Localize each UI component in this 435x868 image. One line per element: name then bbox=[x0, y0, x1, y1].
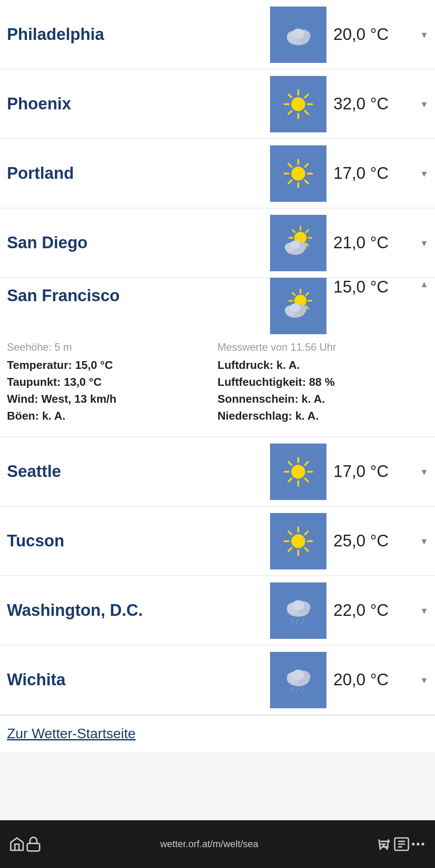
detail-section: Seehöhe: 5 m Temperatur: 15,0 °CTaupunkt… bbox=[0, 334, 435, 437]
weather-icon-box bbox=[270, 215, 326, 271]
svg-line-6 bbox=[305, 111, 308, 114]
footer-link[interactable]: Zur Wetter-Startseite bbox=[0, 715, 435, 752]
chevron-icon[interactable]: ▾ bbox=[413, 535, 435, 547]
svg-point-83 bbox=[417, 843, 419, 845]
detail-row: Böen: k. A. bbox=[7, 409, 218, 423]
city-name: Seattle bbox=[0, 454, 270, 490]
svg-line-10 bbox=[288, 94, 291, 97]
weather-temp: 15,0 °C bbox=[326, 278, 413, 296]
svg-line-71 bbox=[297, 618, 298, 624]
city-name: San Francisco bbox=[0, 278, 270, 314]
weather-icon-box bbox=[270, 7, 326, 63]
svg-line-54 bbox=[288, 462, 291, 465]
weather-icon-box bbox=[270, 652, 326, 708]
weather-temp: 32,0 °C bbox=[326, 95, 413, 113]
weather-row[interactable]: Phoenix 32,0 °C ▾ bbox=[0, 69, 435, 139]
more-icon[interactable] bbox=[410, 836, 426, 852]
svg-line-59 bbox=[305, 548, 308, 551]
svg-line-78 bbox=[297, 688, 298, 693]
chevron-icon[interactable]: ▴ bbox=[413, 278, 435, 290]
detail-row: Luftfeuchtigkeit: 88 % bbox=[218, 375, 428, 389]
weather-row[interactable]: San Diego 21,0 °C ▾ bbox=[0, 208, 435, 278]
chevron-icon[interactable]: ▾ bbox=[413, 168, 435, 180]
svg-line-28 bbox=[293, 230, 295, 232]
svg-line-50 bbox=[305, 478, 308, 481]
city-name: San Diego bbox=[0, 225, 270, 261]
svg-line-52 bbox=[288, 478, 291, 481]
detail-row: Taupunkt: 13,0 °C bbox=[7, 375, 218, 389]
weather-row[interactable]: Philadelphia 20,0 °C ▾ bbox=[0, 0, 435, 69]
detail-right: Messwerte von 11.56 Uhr Luftdruck: k. A.… bbox=[218, 341, 428, 426]
city-name: Philadelphia bbox=[0, 16, 270, 53]
svg-line-15 bbox=[305, 180, 308, 183]
translate-icon[interactable] bbox=[377, 836, 393, 852]
reader-icon[interactable] bbox=[393, 836, 410, 852]
svg-line-17 bbox=[288, 180, 291, 183]
chevron-icon[interactable]: ▾ bbox=[413, 605, 435, 617]
chevron-icon[interactable]: ▾ bbox=[413, 674, 435, 686]
svg-line-21 bbox=[305, 164, 308, 167]
svg-line-8 bbox=[288, 111, 291, 114]
svg-point-47 bbox=[290, 303, 300, 312]
weather-temp: 20,0 °C bbox=[326, 671, 413, 689]
city-name: Tucson bbox=[0, 523, 270, 559]
weather-row[interactable]: Tucson 25,0 °C ▾ bbox=[0, 506, 435, 576]
svg-point-48 bbox=[291, 465, 305, 479]
weather-icon-box bbox=[270, 513, 326, 569]
svg-point-13 bbox=[291, 167, 305, 181]
svg-line-19 bbox=[288, 164, 291, 167]
chevron-icon[interactable]: ▾ bbox=[413, 237, 435, 249]
weather-temp: 17,0 °C bbox=[326, 164, 413, 183]
svg-line-70 bbox=[291, 618, 293, 624]
detail-row: Sonnenschein: k. A. bbox=[218, 392, 428, 406]
detail-row: Wind: West, 13 km/h bbox=[7, 392, 218, 406]
svg-point-76 bbox=[292, 670, 304, 680]
city-name: Wichita bbox=[0, 662, 270, 698]
svg-point-69 bbox=[292, 600, 304, 611]
weather-icon-box bbox=[270, 582, 326, 639]
weather-row[interactable]: Wichita 20,0 °C ▾ bbox=[0, 645, 435, 715]
svg-rect-80 bbox=[27, 843, 40, 851]
detail-meta-left: Seehöhe: 5 m bbox=[7, 341, 218, 353]
city-name: Washington, D.C. bbox=[0, 592, 270, 628]
svg-point-34 bbox=[290, 240, 300, 249]
weather-row[interactable]: San Francisco 15,0 °C ▴ Seehöhe: 5 m Tem… bbox=[0, 278, 435, 437]
chevron-icon[interactable]: ▾ bbox=[413, 29, 435, 41]
detail-meta-right: Messwerte von 11.56 Uhr bbox=[218, 341, 428, 353]
svg-line-30 bbox=[306, 230, 309, 232]
weather-icon-box bbox=[270, 444, 326, 500]
url-bar[interactable]: wetter.orf.at/m/welt/sea bbox=[42, 838, 377, 850]
footer-link-text: Zur Wetter-Startseite bbox=[7, 726, 135, 741]
city-name: Phoenix bbox=[0, 86, 270, 122]
svg-line-65 bbox=[305, 531, 308, 534]
svg-line-72 bbox=[302, 618, 303, 624]
detail-left: Seehöhe: 5 m Temperatur: 15,0 °CTaupunkt… bbox=[7, 341, 218, 426]
bottom-spacer bbox=[0, 752, 435, 804]
weather-temp: 20,0 °C bbox=[326, 25, 413, 44]
svg-line-79 bbox=[302, 688, 303, 693]
weather-row[interactable]: Washington, D.C. 22,0 °C ▾ bbox=[0, 576, 435, 645]
svg-line-63 bbox=[288, 531, 291, 534]
bottom-navigation: wetter.orf.at/m/welt/sea bbox=[0, 820, 435, 868]
detail-row: Temperatur: 15,0 °C bbox=[7, 358, 218, 372]
weather-list: Philadelphia 20,0 °C ▾ Phoenix 32,0 °C ▾… bbox=[0, 0, 435, 715]
weather-row[interactable]: Portland 17,0 °C ▾ bbox=[0, 139, 435, 208]
svg-line-43 bbox=[306, 293, 309, 296]
svg-point-4 bbox=[291, 97, 305, 111]
svg-line-56 bbox=[305, 462, 308, 465]
weather-row[interactable]: Seattle 17,0 °C ▾ bbox=[0, 437, 435, 506]
chevron-icon[interactable]: ▾ bbox=[413, 466, 435, 478]
weather-temp: 25,0 °C bbox=[326, 532, 413, 550]
weather-temp: 22,0 °C bbox=[326, 601, 413, 620]
svg-line-77 bbox=[291, 688, 293, 693]
weather-icon-box bbox=[270, 145, 326, 202]
svg-line-61 bbox=[288, 548, 291, 551]
weather-temp: 17,0 °C bbox=[326, 462, 413, 481]
svg-line-12 bbox=[305, 94, 308, 97]
svg-point-84 bbox=[422, 843, 424, 845]
svg-point-82 bbox=[412, 843, 415, 845]
weather-icon-box bbox=[270, 76, 326, 132]
chevron-icon[interactable]: ▾ bbox=[413, 98, 435, 110]
svg-line-41 bbox=[293, 293, 295, 296]
home-icon[interactable] bbox=[9, 836, 25, 852]
